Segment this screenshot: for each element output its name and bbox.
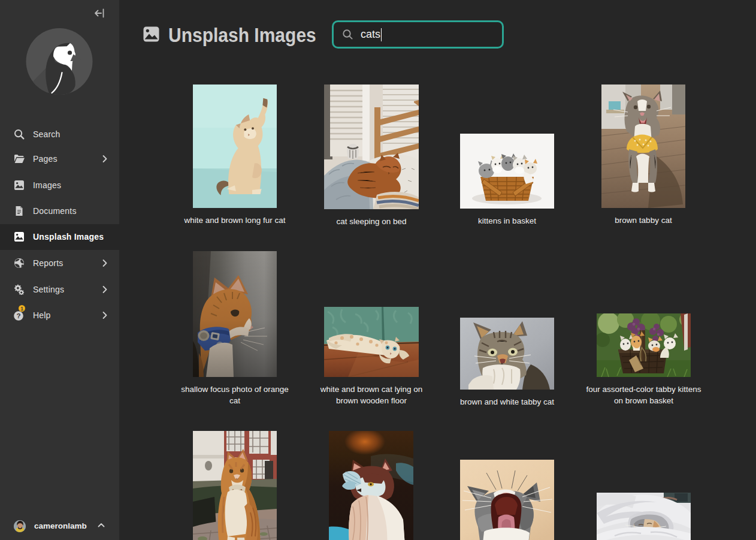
svg-text:?: ? bbox=[16, 312, 20, 319]
svg-text:1: 1 bbox=[20, 306, 23, 312]
